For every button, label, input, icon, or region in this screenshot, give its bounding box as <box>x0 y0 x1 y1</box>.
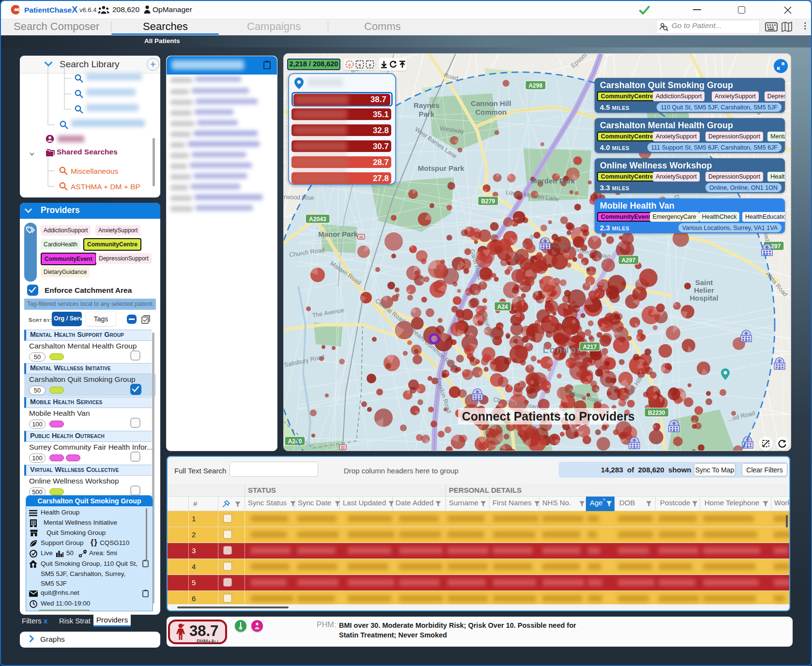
svg-text:Raynes: Raynes <box>414 101 439 109</box>
svg-text:Saint: Saint <box>695 278 713 287</box>
svg-text:Helier: Helier <box>694 286 714 294</box>
svg-text:Manor Park: Manor Park <box>318 230 358 238</box>
svg-text:A297: A297 <box>622 257 636 264</box>
svg-text:A240: A240 <box>288 438 302 445</box>
svg-text:B2230: B2230 <box>648 409 665 416</box>
svg-text:s: s <box>358 62 361 67</box>
svg-text:A24: A24 <box>497 303 508 310</box>
svg-text:B279: B279 <box>481 198 495 205</box>
svg-text:Common: Common <box>475 108 507 116</box>
svg-text:Cannon Hill: Cannon Hill <box>471 99 511 107</box>
svg-text:A2043: A2043 <box>309 216 326 223</box>
svg-text:Hospital: Hospital <box>689 294 718 302</box>
svg-text:A298: A298 <box>529 82 543 89</box>
svg-text:A217: A217 <box>583 344 597 350</box>
svg-text:Park: Park <box>419 110 435 118</box>
svg-text:x: x <box>368 62 371 67</box>
svg-text:Motspur Park: Motspur Park <box>418 164 465 172</box>
svg-text:London: London <box>543 345 584 355</box>
svg-text:c: c <box>348 62 351 67</box>
svg-text:rwood Rise: rwood Rise <box>284 194 314 201</box>
svg-text:Morden Park: Morden Park <box>531 177 576 185</box>
